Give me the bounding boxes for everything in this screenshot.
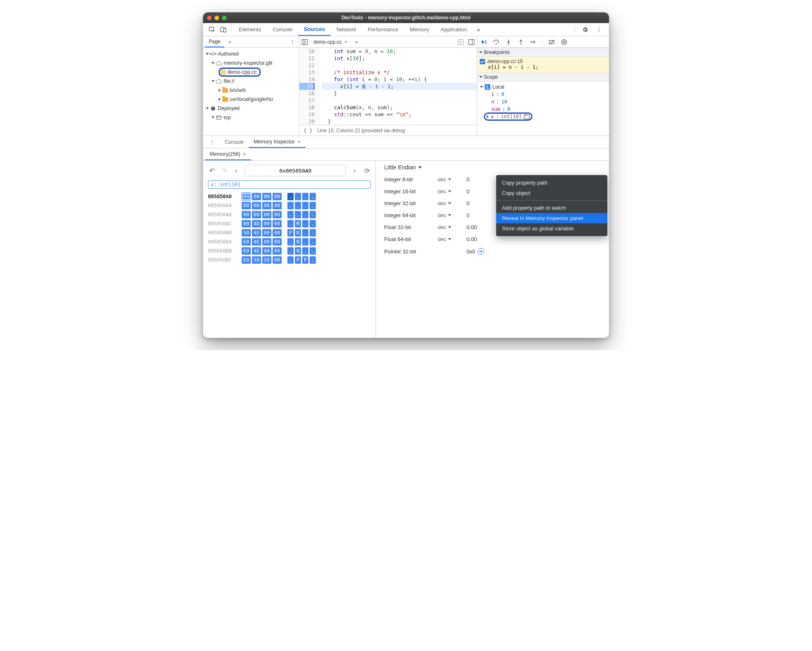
step-icon[interactable] [530, 39, 537, 45]
hex-row[interactable]: 005050A400000000.... [208, 202, 371, 209]
refresh-icon[interactable]: ⟳ [363, 167, 371, 175]
memory-tab[interactable]: Memory(256)× [205, 148, 251, 160]
ctx-reveal-memory-inspector[interactable]: Reveal in Memory Inspector panel [496, 213, 607, 223]
ctx-store-global[interactable]: Store object as global variable [496, 223, 607, 234]
cloud-icon [216, 60, 222, 66]
format-select[interactable]: dec [438, 200, 467, 206]
page-next-icon[interactable]: › [351, 167, 358, 174]
format-select[interactable]: dec [438, 236, 467, 242]
history-back-icon[interactable]: ↶ [208, 167, 215, 175]
toggle-navigator-icon[interactable] [299, 36, 310, 47]
tree-folder-2[interactable]: usr/local/google/ho [203, 95, 299, 104]
hex-row[interactable]: 005050A000000000.... [208, 193, 371, 200]
svg-rect-3 [217, 116, 221, 119]
tab-network[interactable]: Network [331, 23, 362, 36]
hex-viewer[interactable]: 005050A000000000....005050A400000000....… [208, 193, 371, 265]
tree-top[interactable]: top [203, 113, 299, 122]
svg-point-11 [495, 43, 497, 44]
svg-rect-17 [563, 41, 564, 43]
chevron-down-icon [418, 166, 422, 169]
toggle-debugger-icon[interactable] [466, 36, 477, 47]
address-input[interactable] [245, 165, 346, 176]
tree-file-protocol[interactable]: file:// [203, 77, 299, 86]
navigator-more-tabs-icon[interactable]: » [224, 36, 236, 47]
scope-var-n[interactable]: n: 10 [481, 98, 609, 105]
pretty-print-icon[interactable]: { } [303, 128, 313, 133]
context-menu: Copy property path Copy object Add prope… [496, 175, 607, 236]
svg-rect-10 [485, 40, 486, 44]
drawer-menu-icon[interactable]: ⋮ [205, 136, 220, 148]
jump-to-address-icon[interactable]: ➔ [478, 248, 484, 255]
tree-file-demo-cpp[interactable]: demo-cpp.cc [203, 68, 299, 77]
step-into-icon[interactable] [505, 39, 512, 45]
code-content[interactable]: int sum = 0, n = 10; int x[10]; /* initi… [319, 48, 477, 125]
tree-authored[interactable]: </>Authored [203, 49, 299, 59]
format-select[interactable]: dec [438, 212, 467, 218]
tree-domain[interactable]: memory-inspector.glit [203, 59, 299, 68]
scope-var-i[interactable]: i: 0 [481, 91, 609, 98]
close-tab-icon[interactable]: × [297, 138, 301, 145]
run-snippet-icon[interactable] [455, 36, 466, 47]
close-tab-icon[interactable]: × [344, 39, 348, 45]
settings-icon[interactable] [579, 26, 591, 33]
scope-var-sum[interactable]: sum: 0 [481, 105, 609, 113]
tab-console[interactable]: Console [267, 23, 298, 36]
value-row: Pointer 32-bit0x0➔ [384, 248, 601, 255]
hex-row[interactable]: 005050A800000000.... [208, 211, 371, 218]
pause-on-exceptions-icon[interactable] [561, 39, 567, 45]
tab-memory[interactable]: Memory [404, 23, 435, 36]
step-over-icon[interactable] [493, 39, 499, 45]
format-select[interactable]: dec [438, 224, 467, 230]
maximize-window-icon[interactable] [222, 16, 226, 20]
tab-performance[interactable]: Performance [362, 23, 404, 36]
ctx-copy-object[interactable]: Copy object [496, 188, 607, 198]
breakpoints-section[interactable]: Breakpoints [477, 48, 609, 57]
tab-elements[interactable]: Elements [233, 23, 267, 36]
line-gutter[interactable]: 1011121314151617181920 [299, 48, 319, 125]
frame-icon [216, 115, 222, 121]
hex-row[interactable]: 005050B8E04E0000.N.. [208, 247, 371, 255]
ctx-copy-property-path[interactable]: Copy property path [496, 178, 607, 188]
navigator-menu-icon[interactable]: ⋮ [286, 36, 299, 47]
editor-tab-demo-cpp[interactable]: demo-cpp.cc× [310, 36, 351, 47]
step-out-icon[interactable] [518, 39, 524, 45]
format-select[interactable]: dec [438, 188, 467, 194]
tree-deployed[interactable]: Deployed [203, 104, 299, 113]
navigator-tab-page[interactable]: Page [205, 36, 224, 47]
scope-var-x[interactable]: x: int[10] [481, 113, 609, 120]
breakpoint-checkbox[interactable] [480, 59, 485, 64]
device-toolbar-icon[interactable] [218, 23, 229, 36]
svg-point-14 [530, 41, 532, 42]
editor-more-tabs-icon[interactable]: » [351, 36, 362, 47]
code-icon: </> [210, 51, 216, 57]
close-tab-icon[interactable]: × [243, 151, 246, 157]
resume-icon[interactable] [481, 39, 487, 45]
close-window-icon[interactable] [207, 16, 212, 20]
minimize-window-icon[interactable] [215, 16, 219, 20]
scope-section[interactable]: Scope [477, 73, 609, 82]
ctx-add-watch[interactable]: Add property path to watch [496, 203, 607, 213]
tree-folder-1[interactable]: b/s/w/ir [203, 86, 299, 95]
hex-row[interactable]: 005050BCE0505000.PP. [208, 256, 371, 264]
more-tabs-icon[interactable]: » [473, 23, 484, 36]
tab-application[interactable]: Application [435, 23, 473, 36]
hex-row[interactable]: 005050B4E04E0000.N.. [208, 238, 371, 246]
drawer-tab-memory-inspector[interactable]: Memory Inspector× [249, 136, 306, 148]
memory-object-badge[interactable]: x: int[10] [208, 180, 371, 189]
tab-sources[interactable]: Sources [298, 23, 331, 36]
breakpoint-item[interactable]: demo-cpp.cc:15 x[i] = n - i - 1; [477, 57, 609, 73]
deactivate-breakpoints-icon[interactable] [548, 39, 555, 45]
memory-icon[interactable] [524, 115, 530, 119]
inspect-element-icon[interactable] [206, 23, 218, 36]
file-icon [221, 69, 226, 75]
scope-local[interactable]: LLocal [481, 83, 609, 91]
hex-row[interactable]: 005050B0504E0000PN.. [208, 229, 371, 237]
svg-rect-2 [224, 28, 226, 32]
hex-row[interactable]: 005050AC804D0000.M.. [208, 220, 371, 227]
format-select[interactable]: dec [438, 176, 467, 183]
kebab-menu-icon[interactable]: ⋮ [593, 26, 605, 33]
endian-select[interactable]: Little Endian [384, 164, 601, 171]
page-prev-icon[interactable]: ‹ [233, 167, 240, 174]
debugger-toolbar [477, 36, 609, 48]
drawer-tab-console[interactable]: Console [220, 136, 249, 148]
